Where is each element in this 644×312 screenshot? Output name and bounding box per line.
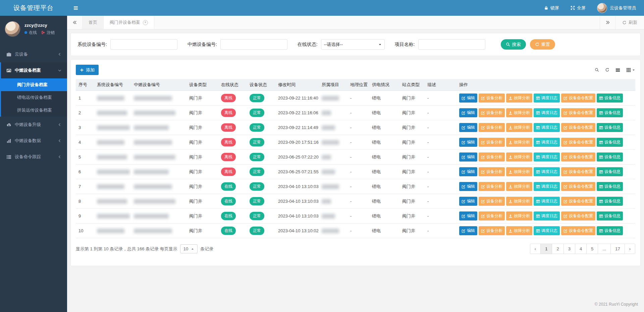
- row-action-设备信息[interactable]: 设备信息: [597, 108, 623, 117]
- row-action-设备分析[interactable]: 设备分析: [479, 182, 505, 191]
- row-action-故障分析[interactable]: 故障分析: [506, 211, 532, 221]
- sidebar-item-中燃设备升级[interactable]: 中燃设备升级: [1, 117, 67, 133]
- row-action-编辑[interactable]: 编辑: [459, 93, 477, 103]
- logout-button[interactable]: 注销: [41, 30, 55, 36]
- lock-screen-button[interactable]: 锁屏: [544, 5, 559, 11]
- add-button[interactable]: 添加: [76, 65, 99, 75]
- row-action-编辑[interactable]: 编辑: [459, 167, 477, 176]
- row-action-调度日志[interactable]: 调度日志: [534, 93, 560, 103]
- row-action-编辑[interactable]: 编辑: [459, 211, 477, 221]
- row-action-调度日志[interactable]: 调度日志: [534, 123, 560, 132]
- row-action-设备信息[interactable]: 设备信息: [597, 138, 623, 147]
- row-action-编辑[interactable]: 编辑: [459, 108, 477, 117]
- close-icon[interactable]: ×: [143, 20, 148, 25]
- row-action-调度日志[interactable]: 调度日志: [534, 197, 560, 206]
- online-status-select[interactable]: --请选择--: [321, 39, 385, 50]
- page-button-1[interactable]: 1: [540, 244, 552, 254]
- row-action-调度日志[interactable]: 调度日志: [534, 226, 560, 235]
- row-action-设备信息[interactable]: 设备信息: [597, 226, 623, 235]
- row-action-故障分析[interactable]: 故障分析: [506, 123, 532, 132]
- row-action-设备分析[interactable]: 设备分析: [479, 167, 505, 176]
- user-menu[interactable]: 云设备管理员: [597, 3, 636, 13]
- row-action-设备命令配置[interactable]: 设备命令配置: [561, 182, 595, 191]
- row-action-故障分析[interactable]: 故障分析: [506, 152, 532, 162]
- search-input[interactable]: [418, 39, 485, 50]
- page-button-prev[interactable]: ‹: [530, 244, 541, 254]
- row-action-编辑[interactable]: 编辑: [459, 226, 477, 235]
- sidebar-item-中燃设备数据[interactable]: 中燃设备数据: [1, 133, 67, 149]
- tab-scroll-right-button[interactable]: [600, 16, 615, 29]
- row-action-编辑[interactable]: 编辑: [459, 123, 477, 132]
- sidebar-toggle-button[interactable]: [67, 0, 85, 16]
- row-action-设备信息[interactable]: 设备信息: [597, 93, 623, 103]
- search-input[interactable]: [110, 39, 177, 50]
- row-action-设备信息[interactable]: 设备信息: [597, 123, 623, 132]
- row-action-调度日志[interactable]: 调度日志: [534, 167, 560, 176]
- tab-valve-well-archive[interactable]: 阀门井设备档案 ×: [104, 16, 154, 29]
- row-action-调度日志[interactable]: 调度日志: [534, 108, 560, 117]
- row-action-编辑[interactable]: 编辑: [459, 182, 477, 191]
- row-action-设备分析[interactable]: 设备分析: [479, 123, 505, 132]
- row-action-设备命令配置[interactable]: 设备命令配置: [561, 138, 595, 147]
- page-button-5[interactable]: 5: [586, 244, 598, 254]
- row-action-设备分析[interactable]: 设备分析: [479, 138, 505, 147]
- row-action-设备命令配置[interactable]: 设备命令配置: [561, 108, 595, 117]
- table-refresh-button[interactable]: [605, 68, 609, 72]
- page-button-next[interactable]: ›: [625, 244, 635, 254]
- page-button-2[interactable]: 2: [552, 244, 564, 254]
- row-action-故障分析[interactable]: 故障分析: [506, 226, 532, 235]
- row-action-故障分析[interactable]: 故障分析: [506, 167, 532, 176]
- row-action-调度日志[interactable]: 调度日志: [534, 138, 560, 147]
- page-button-17[interactable]: 17: [610, 244, 625, 254]
- tab-home[interactable]: 首页: [83, 16, 104, 29]
- row-action-调度日志[interactable]: 调度日志: [534, 152, 560, 162]
- page-button-3[interactable]: 3: [564, 244, 575, 254]
- sidebar-subitem-拼装远传设备档案[interactable]: 拼装远传设备档案: [1, 104, 67, 117]
- row-action-设备分析[interactable]: 设备分析: [479, 226, 505, 235]
- row-action-设备命令配置[interactable]: 设备命令配置: [561, 211, 595, 221]
- row-action-编辑[interactable]: 编辑: [459, 152, 477, 162]
- row-action-设备分析[interactable]: 设备分析: [479, 197, 505, 206]
- row-action-设备信息[interactable]: 设备信息: [597, 152, 623, 162]
- row-action-故障分析[interactable]: 故障分析: [506, 93, 532, 103]
- row-action-编辑[interactable]: 编辑: [459, 138, 477, 147]
- page-size-select[interactable]: 10: [180, 244, 198, 253]
- row-action-设备分析[interactable]: 设备分析: [479, 152, 505, 162]
- reset-button[interactable]: 重置: [530, 39, 555, 50]
- row-action-设备命令配置[interactable]: 设备命令配置: [561, 226, 595, 235]
- fullscreen-button[interactable]: 全屏: [571, 5, 586, 11]
- page-button-4[interactable]: 4: [575, 244, 587, 254]
- row-action-设备分析[interactable]: 设备分析: [479, 211, 505, 221]
- table-columns-button[interactable]: [626, 68, 635, 72]
- row-action-设备分析[interactable]: 设备分析: [479, 108, 505, 117]
- row-action-设备命令配置[interactable]: 设备命令配置: [561, 197, 595, 206]
- row-action-故障分析[interactable]: 故障分析: [506, 108, 532, 117]
- row-action-编辑[interactable]: 编辑: [459, 197, 477, 206]
- row-action-故障分析[interactable]: 故障分析: [506, 197, 532, 206]
- row-action-设备信息[interactable]: 设备信息: [597, 167, 623, 176]
- row-action-设备命令配置[interactable]: 设备命令配置: [561, 123, 595, 132]
- row-action-设备命令配置[interactable]: 设备命令配置: [561, 152, 595, 162]
- sidebar-item-云设备[interactable]: 云设备: [1, 46, 67, 62]
- row-action-设备命令配置[interactable]: 设备命令配置: [561, 93, 595, 103]
- sidebar-item-设备命令跟踪[interactable]: 设备命令跟踪: [1, 149, 67, 165]
- tab-scroll-left-button[interactable]: [67, 16, 83, 29]
- row-action-设备命令配置[interactable]: 设备命令配置: [561, 167, 595, 176]
- sidebar-item-中燃设备档案[interactable]: 中燃设备档案: [1, 62, 67, 78]
- row-action-设备分析[interactable]: 设备分析: [479, 93, 505, 103]
- tab-refresh-button[interactable]: 刷新: [615, 16, 644, 29]
- table-toggle-view-button[interactable]: [615, 68, 620, 72]
- row-action-故障分析[interactable]: 故障分析: [506, 138, 532, 147]
- row-action-调度日志[interactable]: 调度日志: [534, 211, 560, 221]
- row-action-调度日志[interactable]: 调度日志: [534, 182, 560, 191]
- row-action-设备信息[interactable]: 设备信息: [597, 211, 623, 221]
- row-action-设备信息[interactable]: 设备信息: [597, 197, 623, 206]
- search-button[interactable]: 搜索: [501, 39, 526, 50]
- row-action-故障分析[interactable]: 故障分析: [506, 182, 532, 191]
- search-input[interactable]: [220, 39, 287, 50]
- row-action-设备信息[interactable]: 设备信息: [597, 182, 623, 191]
- sidebar-subitem-锂电远传设备档案[interactable]: 锂电远传设备档案: [1, 91, 67, 104]
- table-search-button[interactable]: [595, 68, 599, 72]
- page-button-...[interactable]: ...: [598, 244, 611, 254]
- sidebar-subitem-阀门井设备档案[interactable]: 阀门井设备档案: [1, 78, 67, 91]
